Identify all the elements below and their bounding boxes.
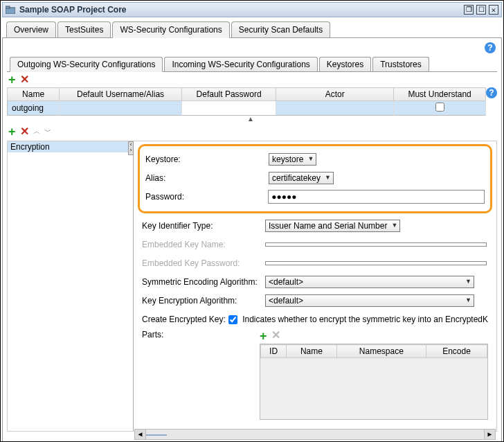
col-name[interactable]: Name [8, 88, 60, 101]
close-window-icon[interactable]: ⨉ [489, 5, 498, 15]
password-input[interactable]: ●●●●● [268, 190, 485, 204]
cell-name[interactable]: outgoing [8, 101, 60, 116]
main-tab-bar: Overview TestSuites WS-Security Configur… [2, 20, 502, 38]
parts-col-encode[interactable]: Encode [426, 345, 487, 358]
entries-toolbar: + ✕ ︿ ﹀ [7, 124, 497, 139]
must-understand-checkbox[interactable] [435, 103, 444, 112]
configs-table: Name Default Username/Alias Default Pass… [7, 87, 486, 116]
embedded-key-name-input[interactable] [265, 242, 487, 247]
entry-detail-split: Encryption ‹› Keystore: keystore Alias: … [7, 141, 497, 432]
cell-must[interactable] [394, 101, 486, 116]
sym-algo-label: Symmetric Encoding Algorithm: [142, 277, 265, 287]
parts-table: ID Name Namespace Encode [260, 344, 488, 420]
sym-algo-select[interactable]: <default> [265, 276, 474, 288]
subtab-incoming[interactable]: Incoming WS-Security Configurations [164, 57, 317, 71]
add-entry-icon[interactable]: + [8, 125, 16, 138]
window-title: Sample SOAP Project Core [19, 5, 460, 15]
main-panel: ? Outgoing WS-Security Configurations In… [2, 38, 502, 442]
embedded-key-name-label: Embedded Key Name: [142, 240, 265, 249]
keystore-label: Keystore: [145, 154, 269, 164]
keystore-select[interactable]: keystore [269, 153, 316, 166]
sub-tab-bar: Outgoing WS-Security Configurations Inco… [7, 56, 497, 72]
svg-rect-1 [6, 6, 10, 8]
col-must[interactable]: Must Understand [394, 88, 486, 101]
col-password[interactable]: Default Password [182, 88, 276, 101]
tab-overview[interactable]: Overview [6, 21, 56, 37]
tab-testsuites[interactable]: TestSuites [57, 21, 111, 37]
move-up-icon[interactable]: ︿ [33, 127, 40, 136]
cell-actor[interactable] [276, 101, 394, 116]
embedded-key-password-label: Embedded Key Password: [142, 258, 265, 268]
highlighted-region: Keystore: keystore Alias: certificatekey… [138, 144, 492, 213]
create-key-label: Create Encrypted Key: [142, 315, 226, 324]
tab-ws-security[interactable]: WS-Security Configurations [112, 21, 229, 38]
configs-toolbar: + ✕ [7, 72, 497, 87]
remove-config-icon[interactable]: ✕ [20, 74, 29, 85]
alias-label: Alias: [145, 173, 269, 183]
restore-down-icon[interactable]: ❐ [464, 5, 474, 15]
add-part-icon[interactable]: + [260, 330, 267, 342]
help-icon[interactable]: ? [485, 42, 496, 53]
splitter-arrows[interactable]: ▲ [7, 116, 497, 123]
table-row[interactable]: outgoing [8, 101, 486, 116]
col-alias[interactable]: Default Username/Alias [60, 88, 182, 101]
create-key-text: Indicates whether to encrypt the symmetr… [242, 315, 488, 324]
create-key-checkbox[interactable] [228, 315, 237, 324]
add-config-icon[interactable]: + [8, 73, 16, 86]
key-id-type-select[interactable]: Issuer Name and Serial Number [265, 220, 400, 232]
tab-security-scan[interactable]: Security Scan Defaults [231, 21, 330, 37]
cell-alias[interactable] [60, 101, 182, 116]
parts-label: Parts: [142, 330, 260, 339]
horizontal-scrollbar[interactable]: ◄ ► [134, 429, 496, 440]
subtab-outgoing[interactable]: Outgoing WS-Security Configurations [10, 57, 163, 72]
scroll-right-icon[interactable]: ► [484, 430, 495, 439]
remove-part-icon[interactable]: ✕ [271, 330, 280, 342]
cell-password[interactable] [182, 101, 276, 116]
move-down-icon[interactable]: ﹀ [44, 127, 51, 136]
col-actor[interactable]: Actor [276, 88, 394, 101]
encryption-form: Keystore: keystore Alias: certificatekey… [134, 141, 496, 431]
help-icon[interactable]: ? [486, 87, 497, 98]
scroll-left-icon[interactable]: ◄ [135, 430, 146, 439]
folder-icon [6, 6, 15, 14]
embedded-key-password-input[interactable] [265, 261, 487, 265]
splitter-handle[interactable]: ‹› [128, 141, 134, 155]
key-id-type-label: Key Identifier Type: [142, 221, 265, 231]
remove-entry-icon[interactable]: ✕ [20, 126, 29, 137]
key-enc-algo-select[interactable]: <default> [265, 294, 474, 307]
scroll-thumb[interactable] [146, 434, 167, 436]
title-bar: Sample SOAP Project Core ❐ ☐ ⨉ [2, 2, 502, 17]
parts-col-namespace[interactable]: Namespace [336, 345, 426, 358]
maximize-icon[interactable]: ☐ [476, 5, 486, 15]
password-label: Password: [145, 192, 268, 202]
subtab-truststores[interactable]: Truststores [372, 57, 429, 71]
list-item[interactable]: Encryption [8, 141, 133, 152]
parts-col-name[interactable]: Name [287, 345, 337, 358]
alias-select[interactable]: certificatekey [269, 172, 334, 184]
parts-col-id[interactable]: ID [261, 345, 287, 358]
entry-list: Encryption ‹› [8, 141, 134, 431]
key-enc-algo-label: Key Encryption Algorithm: [142, 296, 265, 306]
subtab-keystores[interactable]: Keystores [319, 57, 371, 71]
